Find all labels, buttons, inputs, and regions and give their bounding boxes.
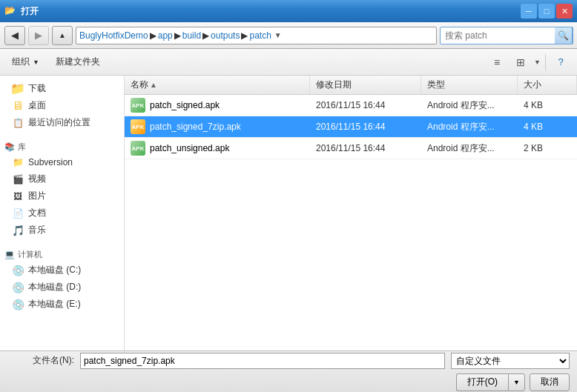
recent-icon: 📋	[12, 117, 24, 129]
sidebar-item-label: 最近访问的位置	[28, 116, 90, 129]
new-folder-button[interactable]: 新建文件夹	[50, 53, 106, 72]
computer-icon: 💻	[4, 250, 15, 259]
cancel-button[interactable]: 取消	[530, 373, 570, 391]
file-date-cell: 2016/11/15 16:44	[310, 140, 421, 156]
drive-icon: 💿	[12, 265, 24, 276]
sidebar-item-drive-c[interactable]: 💿 本地磁盘 (C:)	[0, 262, 124, 279]
file-list-header: 名称 ▲ 修改日期 类型 大小	[125, 76, 577, 95]
music-icon: 🎵	[12, 225, 24, 236]
breadcrumb-item[interactable]: patch	[249, 30, 271, 41]
file-size-cell: 4 KB	[518, 97, 577, 113]
bottom-bar: 文件名(N): 自定义文件 打开(O) ▼ 取消	[0, 351, 577, 392]
sidebar-item-label: 文档	[28, 207, 46, 219]
file-size-cell: 4 KB	[518, 119, 577, 135]
breadcrumb-item[interactable]: build	[182, 30, 201, 41]
sidebar-spacer	[0, 131, 124, 137]
file-name-cell: APK patch_signed_7zip.apk	[125, 116, 310, 137]
filename-row: 文件名(N): 自定义文件	[7, 353, 570, 369]
sidebar-item-label: 本地磁盘 (C:)	[28, 264, 81, 276]
help-button[interactable]: ?	[550, 53, 571, 71]
organize-button[interactable]: 组织 ▼	[6, 53, 45, 72]
filetype-select[interactable]: 自定义文件	[451, 353, 570, 369]
title-bar-buttons: ─ □ ✕	[521, 4, 573, 19]
up-button[interactable]: ▲	[52, 26, 73, 45]
subversion-icon: 📁	[12, 156, 24, 168]
sidebar-item-label: 本地磁盘 (E:)	[28, 298, 81, 310]
open-button[interactable]: 打开(O)	[456, 373, 508, 391]
column-header-name[interactable]: 名称 ▲	[125, 76, 310, 94]
view-list-button[interactable]: ≡	[487, 53, 507, 71]
sidebar-item-drive-d[interactable]: 💿 本地磁盘 (D:)	[0, 279, 124, 296]
breadcrumb-item[interactable]: outputs	[211, 30, 240, 41]
column-header-date[interactable]: 修改日期	[310, 76, 421, 94]
back-button[interactable]: ◀	[4, 26, 25, 45]
main-area: 📁 下载 🖥 桌面 📋 最近访问的位置 📚 库 📁 Subversion 🎬 视…	[0, 76, 577, 351]
sidebar-item-label: 视频	[28, 173, 46, 185]
folder-icon: 🖥	[12, 100, 24, 112]
sidebar-item-label: Subversion	[28, 157, 73, 167]
sidebar-item-music[interactable]: 🎵 音乐	[0, 222, 124, 239]
filename-label: 文件名(N):	[7, 354, 74, 367]
file-type-cell: Android 程序安...	[421, 96, 518, 115]
open-dropdown-button[interactable]: ▼	[508, 373, 525, 391]
sidebar-item-download[interactable]: 📁 下载	[0, 80, 124, 97]
address-bar: ◀ ▶ ▲ BuglyHotfixDemo ▶ app ▶ build ▶ ou…	[0, 22, 577, 49]
table-row[interactable]: APK patch_signed_7zip.apk 2016/11/15 16:…	[125, 116, 577, 138]
drive-icon: 💿	[12, 299, 24, 310]
sidebar-group-computer: 💻 计算机	[0, 245, 124, 262]
file-icon: APK	[131, 119, 145, 134]
maximize-button[interactable]: □	[538, 4, 555, 19]
file-name-cell: APK patch_signed.apk	[125, 95, 310, 116]
file-list: 名称 ▲ 修改日期 类型 大小 APK patch_signed.apk 201…	[125, 76, 577, 351]
toolbar-separator	[545, 54, 546, 70]
file-type-cell: Android 程序安...	[421, 139, 518, 158]
sidebar-group-library: 📚 库	[0, 137, 124, 154]
sidebar-item-pictures[interactable]: 🖼 图片	[0, 187, 124, 205]
filename-input[interactable]	[80, 353, 445, 369]
view-dropdown[interactable]: ▼	[534, 59, 541, 66]
view-tiles-button[interactable]: ⊞	[510, 53, 531, 71]
sidebar: 📁 下载 🖥 桌面 📋 最近访问的位置 📚 库 📁 Subversion 🎬 视…	[0, 76, 125, 351]
file-name-cell: APK patch_unsigned.apk	[125, 138, 310, 159]
open-button-group: 打开(O) ▼	[456, 373, 525, 391]
file-icon: APK	[131, 141, 145, 156]
file-type-cell: Android 程序安...	[421, 118, 518, 136]
close-button[interactable]: ✕	[556, 4, 573, 19]
drive-icon: 💿	[12, 282, 24, 293]
file-date-cell: 2016/11/15 16:44	[310, 97, 421, 113]
action-row: 打开(O) ▼ 取消	[7, 373, 570, 391]
sidebar-item-video[interactable]: 🎬 视频	[0, 170, 124, 187]
documents-icon: 📄	[12, 207, 24, 219]
file-icon: APK	[131, 98, 145, 113]
video-icon: 🎬	[12, 173, 24, 185]
sidebar-item-desktop[interactable]: 🖥 桌面	[0, 97, 124, 114]
search-input[interactable]	[440, 27, 573, 44]
column-header-type[interactable]: 类型	[421, 76, 518, 94]
breadcrumb[interactable]: BuglyHotfixDemo ▶ app ▶ build ▶ outputs …	[76, 27, 437, 44]
sidebar-item-documents[interactable]: 📄 文档	[0, 205, 124, 222]
window-title: 打开	[21, 5, 521, 18]
sidebar-item-recent[interactable]: 📋 最近访问的位置	[0, 114, 124, 131]
search-button[interactable]: 🔍	[555, 27, 573, 44]
title-bar: 📂 打开 ─ □ ✕	[0, 0, 577, 22]
minimize-button[interactable]: ─	[521, 4, 537, 19]
breadcrumb-item[interactable]: BuglyHotfixDemo	[79, 30, 148, 41]
sidebar-item-label: 下载	[28, 82, 46, 95]
sidebar-item-label: 音乐	[28, 224, 46, 236]
sidebar-item-label: 桌面	[28, 99, 46, 112]
sidebar-item-subversion[interactable]: 📁 Subversion	[0, 154, 124, 170]
breadcrumb-item[interactable]: app	[158, 30, 173, 41]
toolbar-right: ≡ ⊞ ▼ ?	[487, 53, 571, 71]
toolbar: 组织 ▼ 新建文件夹 ≡ ⊞ ▼ ?	[0, 49, 577, 76]
sidebar-spacer	[0, 239, 124, 245]
column-header-size[interactable]: 大小	[518, 76, 577, 94]
table-row[interactable]: APK patch_signed.apk 2016/11/15 16:44 An…	[125, 95, 577, 116]
forward-button[interactable]: ▶	[28, 26, 49, 45]
folder-icon: 📁	[12, 83, 24, 95]
window-icon: 📂	[4, 5, 16, 17]
sidebar-item-drive-e[interactable]: 💿 本地磁盘 (E:)	[0, 296, 124, 313]
table-row[interactable]: APK patch_unsigned.apk 2016/11/15 16:44 …	[125, 138, 577, 159]
file-date-cell: 2016/11/15 16:44	[310, 119, 421, 135]
pictures-icon: 🖼	[12, 190, 24, 202]
library-icon: 📚	[4, 142, 15, 152]
